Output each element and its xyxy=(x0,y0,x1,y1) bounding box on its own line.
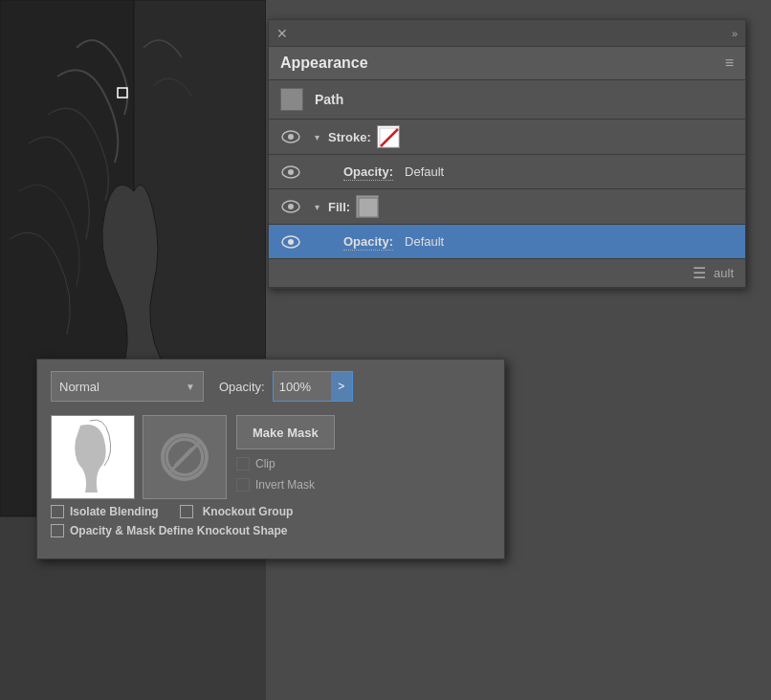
fill-swatch[interactable] xyxy=(356,195,379,218)
invert-mask-row: Invert Mask xyxy=(236,478,315,492)
no-entry-icon xyxy=(161,433,209,481)
svg-line-15 xyxy=(170,443,199,471)
blend-mode-select[interactable]: Normal ▼ xyxy=(51,371,204,402)
panel-titlebar: ✕ » xyxy=(269,20,745,47)
fill-opacity-row[interactable]: Opacity: Default xyxy=(269,225,745,259)
fill-chevron-icon[interactable]: ▾ xyxy=(309,199,324,214)
artwork-thumbnail[interactable] xyxy=(51,415,135,499)
stroke-opacity-row: Opacity: Default xyxy=(269,155,745,189)
isolate-blending-checkbox[interactable] xyxy=(51,505,64,518)
path-row: Path xyxy=(269,80,745,120)
panel-menu-icon[interactable]: ≡ xyxy=(725,55,734,72)
isolate-blending-label: Isolate Blending xyxy=(70,505,159,518)
path-label: Path xyxy=(315,92,343,107)
make-mask-button[interactable]: Make Mask xyxy=(236,415,335,449)
opacity-label: Opacity: xyxy=(219,380,265,394)
fill-opacity-value: Default xyxy=(405,234,444,249)
opacity-input-wrapper[interactable]: > xyxy=(273,371,353,402)
opacity-input[interactable] xyxy=(274,380,331,394)
right-controls: Make Mask Clip Invert Mask xyxy=(236,415,335,492)
mask-options: Clip Invert Mask xyxy=(236,457,315,492)
fill-opacity-label: Opacity: xyxy=(343,234,393,249)
isolate-blending-row: Isolate Blending Knockout Group xyxy=(51,505,491,518)
svg-point-9 xyxy=(288,204,294,209)
opacity-popup: Normal ▼ Opacity: > xyxy=(36,359,505,559)
opacity-increment-button[interactable]: > xyxy=(331,372,352,401)
panel-title: Appearance xyxy=(280,55,368,72)
stroke-opacity-visibility-icon[interactable] xyxy=(280,164,301,180)
invert-mask-checkbox[interactable] xyxy=(236,478,250,492)
opacity-mask-label: Opacity & Mask Define Knockout Shape xyxy=(70,524,287,537)
svg-point-7 xyxy=(288,169,294,175)
fill-opacity-visibility-icon[interactable] xyxy=(280,234,301,250)
clip-checkbox[interactable] xyxy=(236,457,250,470)
canvas-area xyxy=(0,0,266,700)
stroke-row: ▾ Stroke: xyxy=(269,120,745,155)
clip-row: Clip xyxy=(236,457,315,470)
panel-header: Appearance ≡ xyxy=(269,47,745,80)
knockout-group-label: Knockout Group xyxy=(203,505,294,518)
thumbs-group xyxy=(51,415,227,499)
stroke-opacity-label: Opacity: xyxy=(343,164,393,179)
opacity-mask-checkbox[interactable] xyxy=(51,524,64,537)
appearance-panel: ✕ » Appearance ≡ Path ▾ Stroke: xyxy=(268,19,746,289)
stroke-opacity-value: Default xyxy=(405,164,444,179)
list-icon[interactable]: ☰ xyxy=(693,264,706,282)
invert-mask-label: Invert Mask xyxy=(255,478,315,492)
blend-mode-value: Normal xyxy=(59,380,178,394)
stroke-label: Stroke: xyxy=(328,130,371,144)
svg-rect-10 xyxy=(359,198,378,217)
path-color-swatch[interactable] xyxy=(280,88,303,111)
panel-footer-row: ☰ ault xyxy=(269,259,745,288)
opacity-mask-row: Opacity & Mask Define Knockout Shape xyxy=(51,524,491,537)
thumbs-and-controls: Make Mask Clip Invert Mask xyxy=(51,415,491,499)
clip-label: Clip xyxy=(255,457,275,470)
opacity-controls-row: Normal ▼ Opacity: > xyxy=(51,371,491,402)
fill-row: ▾ Fill: xyxy=(269,189,745,225)
fill-visibility-icon[interactable] xyxy=(280,199,301,214)
footer-text: ault xyxy=(714,266,734,280)
fill-label: Fill: xyxy=(328,200,350,214)
bottom-checkboxes: Isolate Blending Knockout Group Opacity … xyxy=(51,505,491,537)
stroke-visibility-icon[interactable] xyxy=(280,129,301,144)
knockout-group-checkbox[interactable] xyxy=(180,505,193,518)
svg-point-3 xyxy=(288,134,294,140)
svg-point-12 xyxy=(288,239,294,245)
stroke-chevron-icon[interactable]: ▾ xyxy=(309,129,324,144)
collapse-icon[interactable]: » xyxy=(732,28,738,39)
stroke-swatch[interactable] xyxy=(377,125,400,148)
blend-chevron-icon: ▼ xyxy=(186,382,195,392)
close-icon[interactable]: ✕ xyxy=(276,26,288,41)
mask-thumbnail[interactable] xyxy=(143,415,227,499)
